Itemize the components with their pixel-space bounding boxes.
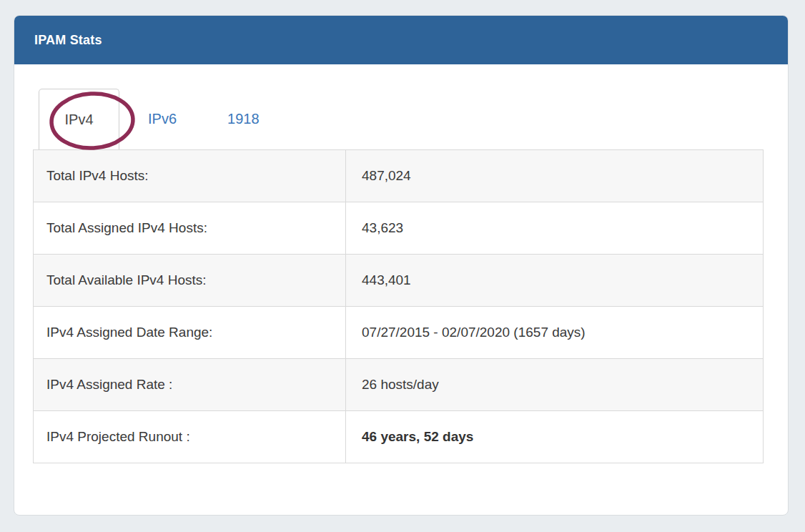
table-row: IPv4 Projected Runout :46 years, 52 days xyxy=(34,411,764,463)
ipam-stats-panel: IPAM Stats IPv4 IPv6 1918 Total IPv4 Hos… xyxy=(14,15,789,516)
tab-bar: IPv4 IPv6 1918 xyxy=(39,89,766,149)
stat-label: IPv4 Assigned Rate : xyxy=(34,359,346,411)
stat-value: 07/27/2015 - 02/07/2020 (1657 days) xyxy=(346,307,764,359)
table-row: Total Available IPv4 Hosts:443,401 xyxy=(34,255,764,307)
stat-value: 43,623 xyxy=(346,202,764,255)
stat-value: 46 years, 52 days xyxy=(346,411,764,463)
tab-1918-label: 1918 xyxy=(227,111,260,127)
stat-label: Total Available IPv4 Hosts: xyxy=(34,255,346,307)
stat-label: IPv4 Assigned Date Range: xyxy=(34,307,346,359)
panel-header: IPAM Stats xyxy=(14,16,788,64)
table-row: IPv4 Assigned Rate :26 hosts/day xyxy=(34,359,764,411)
stat-label: Total Assigned IPv4 Hosts: xyxy=(34,202,346,255)
stats-table-body: Total IPv4 Hosts:487,024Total Assigned I… xyxy=(34,150,764,463)
tab-ipv4-label: IPv4 xyxy=(64,112,93,128)
stat-value: 443,401 xyxy=(346,255,764,307)
ipv4-stats-table: Total IPv4 Hosts:487,024Total Assigned I… xyxy=(33,149,764,463)
stat-label: Total IPv4 Hosts: xyxy=(34,150,346,202)
tab-1918[interactable]: 1918 xyxy=(227,89,260,149)
table-row: Total IPv4 Hosts:487,024 xyxy=(34,150,764,202)
tab-ipv4[interactable]: IPv4 xyxy=(39,89,119,149)
stat-value: 26 hosts/day xyxy=(346,359,764,411)
tab-ipv6-label: IPv6 xyxy=(148,111,177,127)
stat-label: IPv4 Projected Runout : xyxy=(34,411,346,463)
stat-value: 487,024 xyxy=(346,150,764,202)
table-row: Total Assigned IPv4 Hosts:43,623 xyxy=(34,202,764,255)
panel-title: IPAM Stats xyxy=(34,33,102,48)
table-row: IPv4 Assigned Date Range:07/27/2015 - 02… xyxy=(34,307,764,359)
panel-body: IPv4 IPv6 1918 Total IPv4 Hosts:487,024T… xyxy=(14,64,788,463)
tab-ipv6[interactable]: IPv6 xyxy=(148,89,177,149)
